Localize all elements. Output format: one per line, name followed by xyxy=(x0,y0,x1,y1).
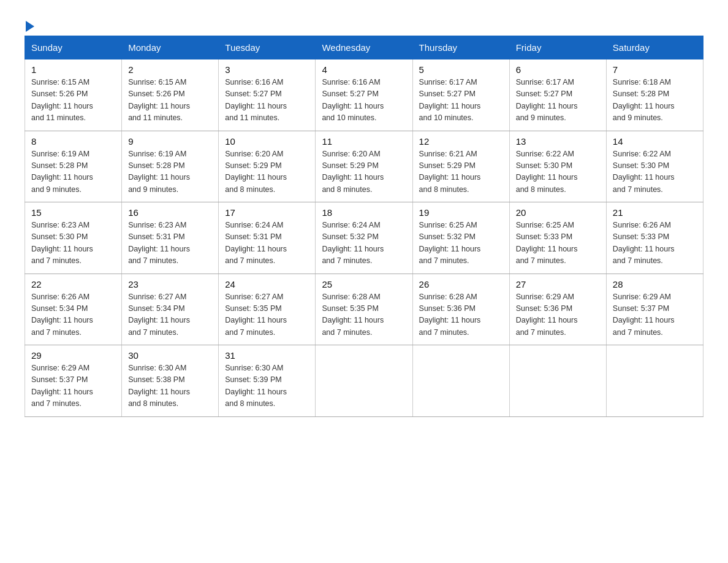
calendar-table: SundayMondayTuesdayWednesdayThursdayFrid… xyxy=(25,36,703,417)
calendar-week-2: 8 Sunrise: 6:19 AMSunset: 5:28 PMDayligh… xyxy=(25,131,703,202)
day-info: Sunrise: 6:26 AMSunset: 5:34 PMDaylight:… xyxy=(31,291,115,339)
calendar-cell: 8 Sunrise: 6:19 AMSunset: 5:28 PMDayligh… xyxy=(25,131,122,202)
day-info: Sunrise: 6:19 AMSunset: 5:28 PMDaylight:… xyxy=(128,148,212,196)
day-number: 29 xyxy=(31,350,115,361)
calendar-cell: 9 Sunrise: 6:19 AMSunset: 5:28 PMDayligh… xyxy=(122,131,219,202)
day-info: Sunrise: 6:26 AMSunset: 5:33 PMDaylight:… xyxy=(613,220,697,267)
calendar-cell xyxy=(606,345,703,417)
calendar-cell: 23 Sunrise: 6:27 AMSunset: 5:34 PMDaylig… xyxy=(122,274,219,345)
day-info: Sunrise: 6:28 AMSunset: 5:36 PMDaylight:… xyxy=(419,291,503,339)
day-info: Sunrise: 6:30 AMSunset: 5:39 PMDaylight:… xyxy=(225,362,309,410)
day-info: Sunrise: 6:15 AMSunset: 5:26 PMDaylight:… xyxy=(31,77,115,124)
calendar-cell: 28 Sunrise: 6:29 AMSunset: 5:37 PMDaylig… xyxy=(606,274,703,345)
day-number: 24 xyxy=(225,279,309,289)
calendar-cell: 5 Sunrise: 6:17 AMSunset: 5:27 PMDayligh… xyxy=(412,59,509,131)
day-number: 19 xyxy=(419,207,503,218)
calendar-cell: 16 Sunrise: 6:23 AMSunset: 5:31 PMDaylig… xyxy=(122,202,219,274)
day-number: 30 xyxy=(128,350,212,361)
day-info: Sunrise: 6:16 AMSunset: 5:27 PMDaylight:… xyxy=(322,77,406,124)
weekday-header-tuesday: Tuesday xyxy=(219,36,316,59)
calendar-cell xyxy=(316,345,412,417)
calendar-cell: 26 Sunrise: 6:28 AMSunset: 5:36 PMDaylig… xyxy=(412,274,509,345)
calendar-cell: 17 Sunrise: 6:24 AMSunset: 5:31 PMDaylig… xyxy=(219,202,316,274)
day-number: 10 xyxy=(225,136,309,147)
day-info: Sunrise: 6:17 AMSunset: 5:27 PMDaylight:… xyxy=(419,77,503,124)
day-number: 21 xyxy=(613,207,697,218)
day-number: 15 xyxy=(31,207,115,218)
calendar-cell: 7 Sunrise: 6:18 AMSunset: 5:28 PMDayligh… xyxy=(606,59,703,131)
day-number: 5 xyxy=(419,64,503,75)
calendar-cell: 30 Sunrise: 6:30 AMSunset: 5:38 PMDaylig… xyxy=(122,345,219,417)
weekday-header-thursday: Thursday xyxy=(412,36,509,59)
day-number: 2 xyxy=(128,64,212,75)
day-info: Sunrise: 6:29 AMSunset: 5:37 PMDaylight:… xyxy=(31,362,115,410)
calendar-cell: 1 Sunrise: 6:15 AMSunset: 5:26 PMDayligh… xyxy=(25,59,122,131)
calendar-cell: 14 Sunrise: 6:22 AMSunset: 5:30 PMDaylig… xyxy=(606,131,703,202)
calendar-cell xyxy=(509,345,606,417)
calendar-cell xyxy=(412,345,509,417)
day-number: 23 xyxy=(128,279,212,289)
day-info: Sunrise: 6:19 AMSunset: 5:28 PMDaylight:… xyxy=(31,148,115,196)
calendar-cell: 29 Sunrise: 6:29 AMSunset: 5:37 PMDaylig… xyxy=(25,345,122,417)
day-info: Sunrise: 6:23 AMSunset: 5:31 PMDaylight:… xyxy=(128,220,212,267)
calendar-cell: 3 Sunrise: 6:16 AMSunset: 5:27 PMDayligh… xyxy=(219,59,316,131)
day-number: 11 xyxy=(322,136,406,147)
calendar-cell: 27 Sunrise: 6:29 AMSunset: 5:36 PMDaylig… xyxy=(509,274,606,345)
weekday-header-friday: Friday xyxy=(509,36,606,59)
day-info: Sunrise: 6:18 AMSunset: 5:28 PMDaylight:… xyxy=(613,77,697,124)
calendar-cell: 10 Sunrise: 6:20 AMSunset: 5:29 PMDaylig… xyxy=(219,131,316,202)
day-number: 31 xyxy=(225,350,309,361)
day-info: Sunrise: 6:27 AMSunset: 5:35 PMDaylight:… xyxy=(225,291,309,339)
logo xyxy=(25,18,34,29)
day-info: Sunrise: 6:29 AMSunset: 5:37 PMDaylight:… xyxy=(613,291,697,339)
calendar-cell: 20 Sunrise: 6:25 AMSunset: 5:33 PMDaylig… xyxy=(509,202,606,274)
calendar-cell: 25 Sunrise: 6:28 AMSunset: 5:35 PMDaylig… xyxy=(316,274,412,345)
calendar-cell: 6 Sunrise: 6:17 AMSunset: 5:27 PMDayligh… xyxy=(509,59,606,131)
weekday-header-monday: Monday xyxy=(122,36,219,59)
day-number: 20 xyxy=(516,207,600,218)
weekday-header-wednesday: Wednesday xyxy=(316,36,412,59)
day-info: Sunrise: 6:25 AMSunset: 5:32 PMDaylight:… xyxy=(419,220,503,267)
calendar-week-1: 1 Sunrise: 6:15 AMSunset: 5:26 PMDayligh… xyxy=(25,59,703,131)
calendar-cell: 12 Sunrise: 6:21 AMSunset: 5:29 PMDaylig… xyxy=(412,131,509,202)
day-number: 25 xyxy=(322,279,406,289)
weekday-header-saturday: Saturday xyxy=(606,36,703,59)
day-number: 18 xyxy=(322,207,406,218)
day-number: 26 xyxy=(419,279,503,289)
day-number: 13 xyxy=(516,136,600,147)
weekday-header-sunday: Sunday xyxy=(25,36,122,59)
day-number: 3 xyxy=(225,64,309,75)
calendar-week-3: 15 Sunrise: 6:23 AMSunset: 5:30 PMDaylig… xyxy=(25,202,703,274)
calendar-cell: 19 Sunrise: 6:25 AMSunset: 5:32 PMDaylig… xyxy=(412,202,509,274)
day-info: Sunrise: 6:23 AMSunset: 5:30 PMDaylight:… xyxy=(31,220,115,267)
day-info: Sunrise: 6:24 AMSunset: 5:32 PMDaylight:… xyxy=(322,220,406,267)
day-number: 9 xyxy=(128,136,212,147)
day-info: Sunrise: 6:20 AMSunset: 5:29 PMDaylight:… xyxy=(322,148,406,196)
calendar-cell: 13 Sunrise: 6:22 AMSunset: 5:30 PMDaylig… xyxy=(509,131,606,202)
day-number: 28 xyxy=(613,279,697,289)
calendar-week-5: 29 Sunrise: 6:29 AMSunset: 5:37 PMDaylig… xyxy=(25,345,703,417)
calendar-cell: 31 Sunrise: 6:30 AMSunset: 5:39 PMDaylig… xyxy=(219,345,316,417)
calendar-cell: 21 Sunrise: 6:26 AMSunset: 5:33 PMDaylig… xyxy=(606,202,703,274)
day-number: 7 xyxy=(613,64,697,75)
calendar-cell: 18 Sunrise: 6:24 AMSunset: 5:32 PMDaylig… xyxy=(316,202,412,274)
day-number: 6 xyxy=(516,64,600,75)
day-info: Sunrise: 6:27 AMSunset: 5:34 PMDaylight:… xyxy=(128,291,212,339)
day-number: 22 xyxy=(31,279,115,289)
day-info: Sunrise: 6:22 AMSunset: 5:30 PMDaylight:… xyxy=(613,148,697,196)
day-number: 12 xyxy=(419,136,503,147)
weekday-header-row: SundayMondayTuesdayWednesdayThursdayFrid… xyxy=(25,36,703,59)
calendar-cell: 11 Sunrise: 6:20 AMSunset: 5:29 PMDaylig… xyxy=(316,131,412,202)
day-info: Sunrise: 6:22 AMSunset: 5:30 PMDaylight:… xyxy=(516,148,600,196)
calendar-cell: 24 Sunrise: 6:27 AMSunset: 5:35 PMDaylig… xyxy=(219,274,316,345)
day-info: Sunrise: 6:16 AMSunset: 5:27 PMDaylight:… xyxy=(225,77,309,124)
logo-arrow-icon xyxy=(26,21,34,32)
calendar-cell: 15 Sunrise: 6:23 AMSunset: 5:30 PMDaylig… xyxy=(25,202,122,274)
day-info: Sunrise: 6:15 AMSunset: 5:26 PMDaylight:… xyxy=(128,77,212,124)
calendar-cell: 4 Sunrise: 6:16 AMSunset: 5:27 PMDayligh… xyxy=(316,59,412,131)
day-info: Sunrise: 6:29 AMSunset: 5:36 PMDaylight:… xyxy=(516,291,600,339)
day-info: Sunrise: 6:28 AMSunset: 5:35 PMDaylight:… xyxy=(322,291,406,339)
day-info: Sunrise: 6:17 AMSunset: 5:27 PMDaylight:… xyxy=(516,77,600,124)
day-number: 27 xyxy=(516,279,600,289)
day-number: 14 xyxy=(613,136,697,147)
